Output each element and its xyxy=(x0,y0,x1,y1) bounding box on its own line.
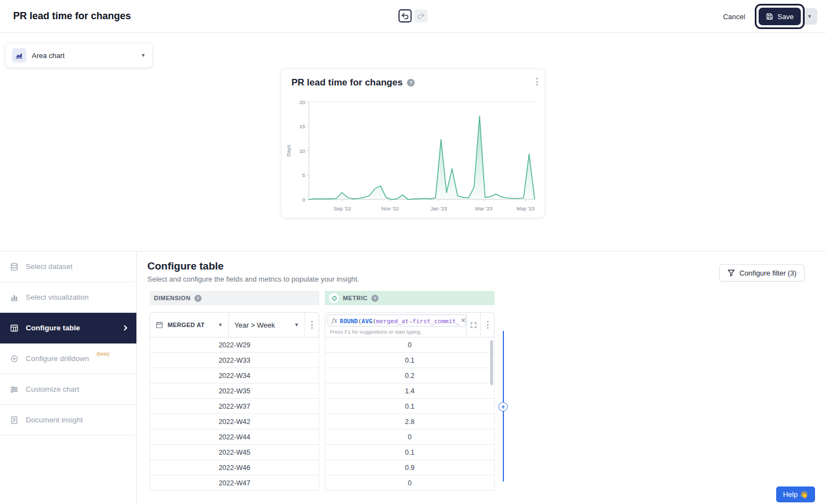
help-circle-icon[interactable]: ? xyxy=(194,295,202,302)
clear-formula-icon[interactable]: ✕ xyxy=(460,317,466,324)
svg-text:Nov '22: Nov '22 xyxy=(381,205,399,211)
dimension-column: DIMENSION ? MERGED AT ▼ Year > xyxy=(150,291,319,491)
metric-header: METRIC ? xyxy=(325,291,495,305)
metric-column: METRIC ? ƒx ROUND(AVG(merged_at-first_co… xyxy=(325,291,495,491)
formula-tokens: ROUND(AVG(merged_at-first_commit_ xyxy=(340,316,460,325)
formula-token: first_commit_ xyxy=(412,318,460,325)
help-button[interactable]: Help 👋 xyxy=(776,486,815,502)
redo-icon xyxy=(417,12,426,20)
formula-token: ( xyxy=(372,318,376,325)
chevron-down-icon: ▼ xyxy=(294,323,299,328)
table-icon xyxy=(10,324,19,333)
table-row: 2022-W37 xyxy=(150,399,319,414)
save-icon xyxy=(766,13,773,20)
filter-funnel-icon xyxy=(727,269,735,277)
kebab-icon xyxy=(485,319,491,331)
sidebar-item-select-dataset[interactable]: Select dataset xyxy=(0,251,136,282)
chart-menu-button[interactable] xyxy=(534,76,540,88)
expand-formula-button[interactable] xyxy=(466,313,480,337)
section-subtitle: Select and configure the fields and metr… xyxy=(147,275,359,283)
chevron-down-icon: ▼ xyxy=(807,14,812,19)
metric-target-icon xyxy=(329,293,339,303)
sidebar-item-configure-table[interactable]: Configure table xyxy=(0,313,136,343)
formula-token: merged_at xyxy=(376,318,409,325)
table-row: 2022-W35 xyxy=(150,383,319,399)
sidebar: Select dataset Select visualization Conf… xyxy=(0,251,137,504)
calendar-icon xyxy=(156,321,163,329)
svg-text:0: 0 xyxy=(302,197,305,203)
dimension-field-dropdown[interactable]: MERGED AT ▼ xyxy=(150,313,229,337)
kebab-icon xyxy=(309,319,315,331)
formula-input[interactable]: ƒx ROUND(AVG(merged_at-first_commit_ ✕ xyxy=(328,314,466,327)
metric-formula-editor[interactable]: ƒx ROUND(AVG(merged_at-first_commit_ ✕ P… xyxy=(325,313,466,337)
dimension-granularity-dropdown[interactable]: Year > Week ▼ xyxy=(229,313,305,337)
formula-token: AVG xyxy=(362,318,372,325)
sidebar-item-select-visualization[interactable]: Select visualization xyxy=(0,282,136,313)
area-chart: 05101520DaysSep '22Nov '22Jan '23Mar '23… xyxy=(285,94,541,215)
svg-text:May '23: May '23 xyxy=(517,205,535,211)
area-chart-icon xyxy=(12,48,26,62)
svg-text:Days: Days xyxy=(285,145,291,157)
table-row: 2022-W42 xyxy=(150,414,319,429)
topbar: PR lead time for changes Cancel xyxy=(0,0,826,33)
table-columns: DIMENSION ? MERGED AT ▼ Year > xyxy=(150,291,495,491)
save-button[interactable]: Save xyxy=(759,8,801,25)
dimension-header: DIMENSION ? xyxy=(150,291,319,305)
customize-icon xyxy=(10,385,19,394)
configure-filter-button[interactable]: Configure filter (3) xyxy=(719,264,805,282)
sidebar-item-document-insight[interactable]: Document insight xyxy=(0,405,136,436)
table-row: 0.1 xyxy=(325,399,494,414)
document-icon xyxy=(10,416,19,425)
formula-hint: Press F1 for suggestions or start typing… xyxy=(328,327,466,335)
redo-button[interactable] xyxy=(415,9,428,22)
beta-badge: (beta) xyxy=(97,351,110,357)
chart-title: PR lead time for changes xyxy=(291,77,403,88)
formula-fx-icon: ƒx xyxy=(331,317,337,324)
chevron-down-icon: ▼ xyxy=(218,323,223,328)
dimension-rows: 2022-W292022-W332022-W342022-W352022-W37… xyxy=(150,337,319,491)
chart-type-label: Area chart xyxy=(32,51,135,60)
table-row: 0.2 xyxy=(325,368,494,383)
table-row: 2022-W46 xyxy=(150,460,319,476)
svg-text:Mar '23: Mar '23 xyxy=(475,205,492,211)
svg-text:5: 5 xyxy=(302,172,305,178)
undo-icon xyxy=(401,12,410,20)
svg-text:15: 15 xyxy=(299,123,305,129)
table-row: 2022-W44 xyxy=(150,429,319,445)
chart-card: PR lead time for changes ? 05101520DaysS… xyxy=(281,68,545,218)
table-row: 0.9 xyxy=(325,460,494,476)
svg-text:Jan '23: Jan '23 xyxy=(431,205,447,211)
chart-type-selector[interactable]: Area chart ▼ xyxy=(5,43,152,67)
sidebar-item-customize-chart[interactable]: Customize chart xyxy=(0,374,136,405)
table-row: 0 xyxy=(325,476,494,491)
formula-token: ROUND xyxy=(340,318,358,325)
save-highlight-ring: Save xyxy=(755,4,805,29)
table-row: 2022-W29 xyxy=(150,337,319,353)
configuration-panel: Select dataset Select visualization Conf… xyxy=(0,251,826,504)
table-row: 2022-W45 xyxy=(150,445,319,460)
table-row: 2022-W33 xyxy=(150,353,319,368)
dataset-icon xyxy=(10,262,19,271)
dimension-controls: MERGED AT ▼ Year > Week ▼ xyxy=(150,312,319,337)
chevron-right-icon xyxy=(122,325,128,331)
table-row: 0.1 xyxy=(325,353,494,368)
metric-controls: ƒx ROUND(AVG(merged_at-first_commit_ ✕ P… xyxy=(325,312,495,337)
page-title: PR lead time for changes xyxy=(13,10,131,22)
add-metric-button[interactable]: + xyxy=(498,402,508,411)
metric-menu-button[interactable] xyxy=(480,313,494,337)
dimension-menu-button[interactable] xyxy=(305,313,319,337)
table-row: 2022-W47 xyxy=(150,476,319,491)
table-row: 0 xyxy=(325,337,494,353)
help-circle-icon[interactable]: ? xyxy=(371,295,378,302)
table-row: 1.4 xyxy=(325,383,494,399)
help-circle-icon[interactable]: ? xyxy=(407,79,415,87)
metric-scrollbar[interactable] xyxy=(490,340,493,385)
undo-button[interactable] xyxy=(399,9,412,22)
section-title: Configure table xyxy=(147,260,223,272)
topbar-actions: Cancel Save ▼ xyxy=(723,0,817,33)
cancel-button[interactable]: Cancel xyxy=(723,13,745,21)
sidebar-item-configure-drilldown[interactable]: Configure drilldown (beta) xyxy=(0,343,136,374)
chart-card-header: PR lead time for changes ? xyxy=(282,69,544,88)
svg-text:20: 20 xyxy=(299,99,305,105)
save-group: Save ▼ xyxy=(755,4,817,29)
